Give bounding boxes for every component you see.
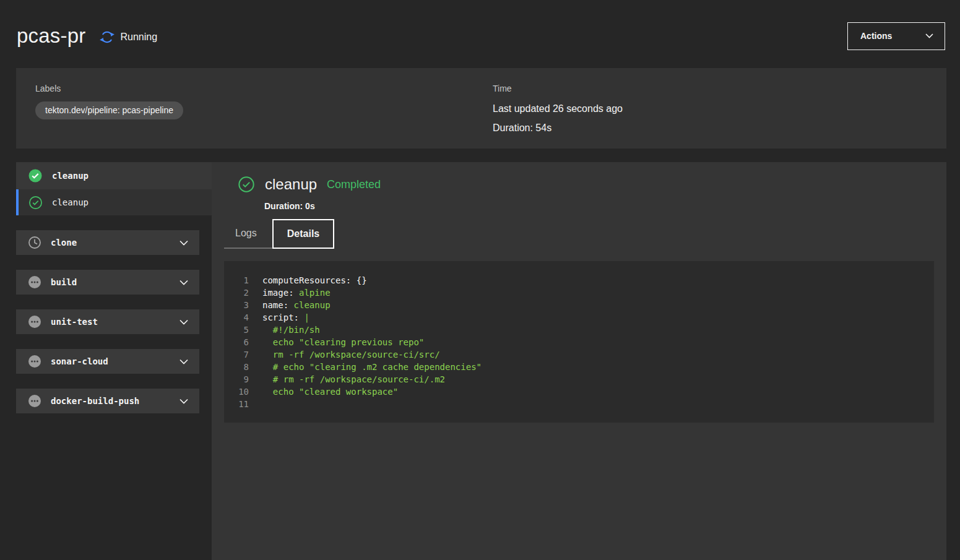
check-outline-icon [28, 196, 43, 210]
tab-logs[interactable]: Logs [224, 219, 272, 249]
code-text: echo "cleared workspace" [262, 386, 398, 398]
labels-section: Labels tekton.dev/pipeline: pcas-pipelin… [16, 68, 493, 149]
code-text: rm -rf /workspace/source-ci/src/ [262, 348, 440, 361]
code-line: 6 echo "clearing previous repo" [235, 336, 924, 348]
code-text: echo "clearing previous repo" [262, 336, 424, 348]
step-name: cleanup [52, 197, 89, 207]
step-details-title: cleanup [265, 176, 317, 193]
pending-icon [28, 355, 41, 368]
chevron-down-icon [179, 398, 188, 404]
time-heading: Time [493, 84, 623, 93]
task-list-sidebar: cleanup cleanup clonebuildunit-testsonar… [0, 162, 212, 560]
run-status-label: Running [120, 32, 157, 43]
step-definition-code: 1computeResources: {}2image: alpine3name… [224, 261, 934, 423]
code-line: 10 echo "cleared workspace" [235, 386, 924, 398]
code-line: 7 rm -rf /workspace/source-ci/src/ [235, 348, 924, 361]
code-line: 11 [235, 398, 924, 410]
pipeline-run-header: pcas-pr Running Actions [0, 0, 960, 68]
line-number: 11 [235, 398, 249, 410]
step-status-badge: Completed [327, 178, 381, 191]
task-name: build [51, 277, 77, 287]
labels-heading: Labels [35, 84, 493, 93]
code-text: # echo "clearing .m2 cache dependencies" [262, 361, 482, 373]
line-number: 3 [235, 299, 249, 311]
code-text: # rm -rf /workspace/source-ci/.m2 [262, 373, 445, 386]
pending-icon [28, 275, 41, 289]
line-number: 9 [235, 373, 249, 386]
task-group-cleanup: cleanup cleanup [16, 162, 212, 215]
code-line: 8 # echo "clearing .m2 cache dependencie… [235, 361, 924, 373]
line-number: 8 [235, 361, 249, 373]
chevron-down-icon [179, 280, 188, 285]
line-number: 4 [235, 311, 249, 324]
pending-icon [28, 315, 41, 329]
check-outline-icon [238, 176, 255, 193]
task-item-clone[interactable]: clone [16, 230, 199, 255]
last-updated-text: Last updated 26 seconds ago [493, 102, 623, 116]
chevron-down-icon [179, 319, 188, 325]
code-text: image: alpine [262, 286, 331, 299]
line-number: 2 [235, 286, 249, 299]
page-title: pcas-pr [17, 24, 85, 48]
code-line: 9 # rm -rf /workspace/source-ci/.m2 [235, 373, 924, 386]
code-text: computeResources: {} [262, 274, 367, 286]
task-name: sonar-cloud [51, 356, 108, 366]
code-line: 1computeResources: {} [235, 274, 924, 286]
step-details-header: cleanup Completed [238, 176, 934, 193]
step-tabs: Logs Details [224, 219, 934, 249]
step-duration-text: Duration: 0s [264, 201, 934, 211]
clock-icon [28, 236, 41, 249]
task-name: docker-build-push [51, 396, 139, 406]
task-name: cleanup [52, 171, 89, 181]
task-item-sonar-cloud[interactable]: sonar-cloud [16, 349, 199, 374]
task-item-unit-test[interactable]: unit-test [16, 309, 199, 334]
pending-icon [28, 394, 41, 408]
task-name: clone [51, 238, 77, 248]
code-line: 2image: alpine [235, 286, 924, 299]
actions-button[interactable]: Actions [847, 22, 945, 50]
code-text: name: cleanup [262, 299, 331, 311]
chevron-down-icon [179, 240, 188, 246]
time-section: Time Last updated 26 seconds ago Duratio… [493, 68, 623, 149]
task-item-cleanup[interactable]: cleanup [16, 162, 212, 189]
actions-button-label: Actions [860, 31, 892, 41]
line-number: 7 [235, 348, 249, 361]
task-item-docker-build-push[interactable]: docker-build-push [16, 389, 199, 413]
pipeline-label-tag: tekton.dev/pipeline: pcas-pipeline [35, 101, 183, 119]
line-number: 6 [235, 336, 249, 348]
run-content: cleanup cleanup clonebuildunit-testsonar… [0, 162, 960, 560]
step-details-panel: cleanup Completed Duration: 0s Logs Deta… [212, 162, 946, 560]
run-duration-text: Duration: 54s [493, 121, 623, 135]
chevron-down-icon [179, 359, 188, 364]
check-filled-icon [28, 168, 43, 183]
running-spinner-icon [99, 29, 115, 45]
line-number: 1 [235, 274, 249, 286]
collapsed-task-list: clonebuildunit-testsonar-clouddocker-bui… [16, 230, 212, 413]
line-number: 5 [235, 324, 249, 336]
run-status: Running [99, 29, 157, 45]
run-metadata-panel: Labels tekton.dev/pipeline: pcas-pipelin… [16, 68, 946, 149]
tab-details[interactable]: Details [272, 219, 334, 249]
code-line: 4script: | [235, 311, 924, 324]
step-item-cleanup-selected[interactable]: cleanup [16, 189, 212, 215]
code-line: 5 #!/bin/sh [235, 324, 924, 336]
code-text: #!/bin/sh [262, 324, 320, 336]
chevron-down-icon [925, 33, 933, 38]
task-item-build[interactable]: build [16, 270, 199, 295]
task-name: unit-test [51, 317, 98, 327]
code-line: 3name: cleanup [235, 299, 924, 311]
line-number: 10 [235, 386, 249, 398]
code-text: script: | [262, 311, 309, 324]
